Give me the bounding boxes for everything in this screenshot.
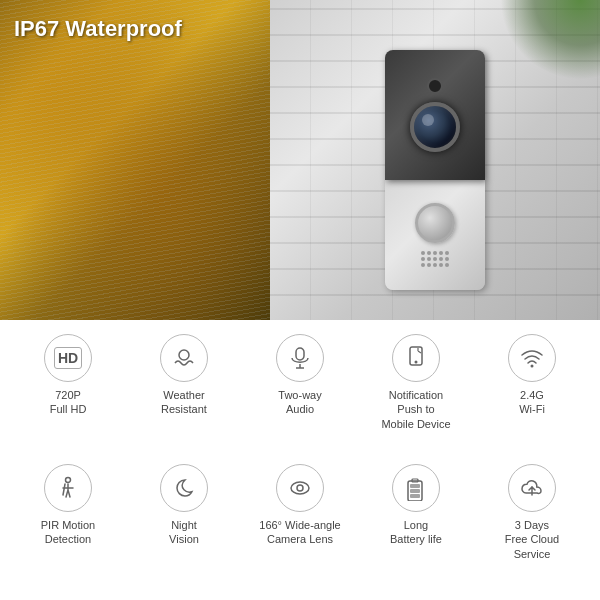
night-label: NightVision: [169, 518, 199, 547]
svg-point-7: [66, 478, 71, 483]
svg-point-8: [291, 482, 309, 494]
speaker-dot: [433, 257, 437, 261]
speaker-dot: [445, 257, 449, 261]
feature-wideangle: 166° Wide-angleCamera Lens: [250, 464, 350, 547]
battery-label: LongBattery life: [390, 518, 442, 547]
doorbell-device: [375, 50, 495, 290]
svg-point-0: [179, 350, 189, 360]
rain-overlay: [0, 0, 270, 320]
speaker-dot: [445, 251, 449, 255]
speaker-grille: [421, 251, 449, 267]
cloud-label: 3 DaysFree CloudService: [505, 518, 559, 561]
feature-hd: HD 720PFull HD: [18, 334, 118, 417]
notification-label: NotificationPush toMobile Device: [381, 388, 450, 431]
hero-section: IP67 Waterproof: [0, 0, 600, 320]
right-panel: [270, 0, 600, 320]
camera-sensor: [427, 78, 443, 94]
main-container: IP67 Waterproof: [0, 0, 600, 600]
feature-notification: NotificationPush toMobile Device: [366, 334, 466, 431]
speaker-dot: [433, 251, 437, 255]
svg-point-5: [415, 361, 418, 364]
feature-night: NightVision: [134, 464, 234, 547]
camera-bottom: [385, 180, 485, 290]
feature-pir: PIR MotionDetection: [18, 464, 118, 547]
plant-decoration: [500, 0, 600, 80]
notification-icon: [392, 334, 440, 382]
doorbell-button[interactable]: [415, 203, 455, 243]
speaker-dot: [427, 251, 431, 255]
svg-rect-13: [410, 489, 420, 493]
features-row-1: HD 720PFull HD WeatherResistant: [0, 330, 600, 460]
audio-label: Two-wayAudio: [278, 388, 321, 417]
features-row-2: PIR MotionDetection NightVision 166: [0, 460, 600, 590]
feature-battery: LongBattery life: [366, 464, 466, 547]
speaker-dot: [427, 263, 431, 267]
feature-weather: WeatherResistant: [134, 334, 234, 417]
feature-cloud: 3 DaysFree CloudService: [482, 464, 582, 561]
feature-audio: Two-wayAudio: [250, 334, 350, 417]
wideangle-icon: [276, 464, 324, 512]
features-section: HD 720PFull HD WeatherResistant: [0, 320, 600, 600]
wifi-label: 2.4GWi-Fi: [519, 388, 545, 417]
svg-rect-1: [296, 348, 304, 360]
svg-point-9: [297, 485, 303, 491]
left-panel: IP67 Waterproof: [0, 0, 270, 320]
weather-icon: [160, 334, 208, 382]
camera-top: [385, 50, 485, 180]
speaker-dot: [445, 263, 449, 267]
speaker-dot: [439, 251, 443, 255]
pir-label: PIR MotionDetection: [41, 518, 95, 547]
audio-icon: [276, 334, 324, 382]
svg-rect-14: [410, 494, 420, 498]
waterproof-title: IP67 Waterproof: [14, 16, 182, 42]
battery-icon: [392, 464, 440, 512]
svg-rect-12: [410, 484, 420, 488]
cloud-icon: [508, 464, 556, 512]
hd-icon: HD: [44, 334, 92, 382]
speaker-dot: [421, 263, 425, 267]
wideangle-label: 166° Wide-angleCamera Lens: [259, 518, 340, 547]
speaker-dot: [433, 263, 437, 267]
speaker-dot: [439, 263, 443, 267]
speaker-dot: [427, 257, 431, 261]
wifi-icon: [508, 334, 556, 382]
night-icon: [160, 464, 208, 512]
speaker-dot: [421, 251, 425, 255]
speaker-dot: [421, 257, 425, 261]
svg-point-6: [531, 365, 534, 368]
speaker-dot: [439, 257, 443, 261]
camera-lens: [410, 102, 460, 152]
pir-icon: [44, 464, 92, 512]
hd-label: 720PFull HD: [50, 388, 87, 417]
weather-label: WeatherResistant: [161, 388, 207, 417]
feature-wifi: 2.4GWi-Fi: [482, 334, 582, 417]
